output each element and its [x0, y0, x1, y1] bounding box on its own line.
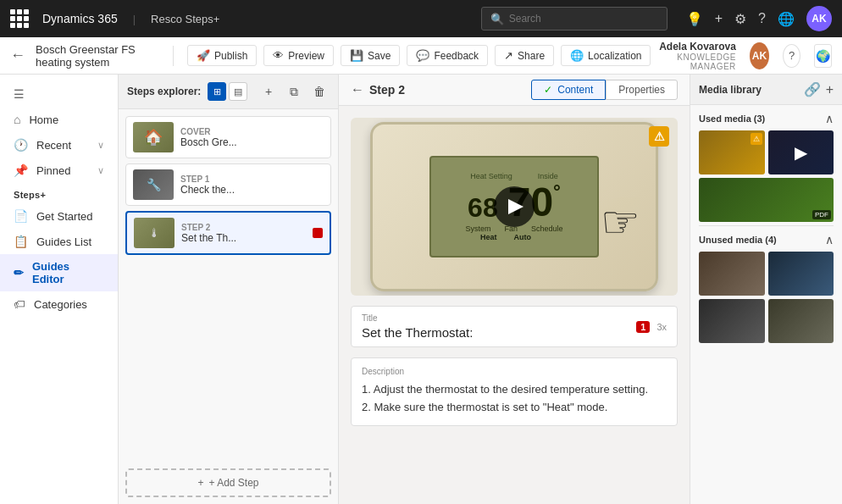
- help-button[interactable]: ?: [783, 44, 800, 68]
- unused-media-grid: [699, 252, 834, 343]
- app-title: Dynamics 365: [42, 12, 118, 25]
- add-step-button[interactable]: + + Add Step: [125, 468, 331, 497]
- current-step-title: Step 2: [369, 83, 405, 97]
- nav-separator: |: [133, 13, 136, 25]
- delete-step-btn[interactable]: 🗑: [309, 81, 330, 102]
- step-thumb-2: 🌡: [134, 218, 174, 248]
- plus-icon[interactable]: +: [715, 11, 723, 26]
- step-label-2: STEP 2: [181, 223, 306, 232]
- user-avatar[interactable]: AK: [806, 6, 832, 31]
- search-icon: 🔍: [490, 13, 504, 25]
- publish-button[interactable]: 🚀 Publish: [187, 45, 257, 66]
- content-body: Heat Setting Inside 68 70°: [339, 106, 690, 504]
- collapse-unused-icon[interactable]: ∧: [825, 233, 834, 246]
- feedback-button[interactable]: 💬 Feedback: [407, 45, 488, 66]
- sidebar-item-menu[interactable]: ☰: [0, 81, 118, 107]
- repeat-badge: 3x: [656, 322, 667, 332]
- unused-thumb-4[interactable]: [768, 299, 834, 343]
- used-media-title: Used media (3): [699, 114, 825, 124]
- step-name-cover: Bosch Gre...: [180, 136, 324, 148]
- unused-media-header: Unused media (4) ∧: [699, 233, 834, 246]
- steps-explorer-title: Steps explorer:: [127, 86, 201, 97]
- globe-icon[interactable]: 🌐: [778, 11, 795, 27]
- share-icon: ↗: [504, 49, 513, 62]
- unused-thumb-1[interactable]: [699, 252, 765, 296]
- collapse-used-icon[interactable]: ∧: [825, 112, 834, 125]
- sidebar-item-home[interactable]: ⌂ Home: [0, 107, 118, 132]
- title-label: Title: [362, 313, 473, 323]
- link-icon[interactable]: 🔗: [804, 81, 821, 97]
- preview-button[interactable]: 👁 Preview: [263, 45, 334, 66]
- sidebar-item-pinned[interactable]: 📌 Pinned ∨: [0, 158, 118, 183]
- save-button[interactable]: 💾 Save: [341, 45, 400, 66]
- used-media-section: Used media (3) ∧ ⚠ ▶ PDF: [690, 105, 842, 225]
- user-block: Adela Kovarova KNOWLEDGE MANAGER AK ? 🌍: [657, 41, 832, 71]
- view-list-btn[interactable]: ▤: [229, 82, 247, 101]
- used-media-grid: ⚠ ▶ PDF: [699, 130, 834, 222]
- plus-add-icon: +: [197, 477, 203, 489]
- user-role: KNOWLEDGE MANAGER: [657, 53, 735, 71]
- description-field[interactable]: Description 1. Adjust the thermostat to …: [351, 357, 678, 426]
- step-navigation: ← Step 2: [351, 82, 405, 97]
- description-label: Description: [362, 367, 667, 376]
- prev-step-btn[interactable]: ←: [351, 82, 364, 97]
- content-tabs: ✓ Content Properties: [531, 80, 678, 100]
- title-field[interactable]: Title Set the Thermostat: 1 3x: [351, 306, 678, 347]
- back-button[interactable]: ←: [10, 47, 25, 64]
- share-button[interactable]: ↗ Share: [495, 45, 554, 66]
- lightbulb-icon[interactable]: 💡: [686, 11, 703, 27]
- add-step-icon-btn[interactable]: +: [258, 81, 279, 102]
- media-thumb-video[interactable]: ▶: [768, 130, 834, 174]
- view-toggle: ⊞ ▤: [208, 82, 247, 101]
- sidebar-item-guides-list[interactable]: 📋 Guides List: [0, 229, 118, 254]
- play-button[interactable]: [494, 186, 535, 227]
- step-list: 🏠 COVER Bosch Gre... 🔧 STEP 1 Check t: [119, 109, 338, 465]
- play-icon: ▶: [795, 142, 807, 163]
- unused-thumb-3[interactable]: [699, 299, 765, 343]
- menu-icon: ☰: [14, 87, 25, 101]
- media-thumb-worker[interactable]: PDF: [699, 178, 834, 222]
- description-item-1: 1. Adjust the thermostat to the desired …: [362, 381, 667, 399]
- nav-tab[interactable]: Resco Steps+: [151, 13, 219, 25]
- question-icon[interactable]: ?: [758, 11, 766, 26]
- guide-title: Bosch Greenstar FS heating system: [36, 43, 159, 69]
- user-avatar-small[interactable]: AK: [750, 42, 769, 69]
- list-icon: 📋: [14, 235, 28, 248]
- add-media-icon[interactable]: +: [826, 82, 834, 97]
- media-thumb-tools[interactable]: ⚠: [699, 130, 765, 174]
- tab-content[interactable]: ✓ Content: [531, 80, 606, 100]
- view-grid-btn[interactable]: ⊞: [208, 82, 226, 101]
- world-button[interactable]: 🌍: [814, 44, 832, 68]
- unused-media-section: Unused media (4) ∧: [690, 226, 842, 346]
- user-name: Adela Kovarova: [657, 41, 735, 53]
- used-media-header: Used media (3) ∧: [699, 112, 834, 125]
- copy-step-btn[interactable]: ⧉: [284, 81, 304, 102]
- steps-actions: + ⧉ 🗑: [258, 81, 330, 102]
- app-grid-icon[interactable]: [10, 9, 29, 28]
- sidebar-item-get-started[interactable]: 📄 Get Started: [0, 203, 118, 229]
- sidebar-item-recent[interactable]: 🕐 Recent ∨: [0, 132, 118, 158]
- nav-icons: 💡 + ⚙ ? 🌐 AK: [686, 6, 832, 31]
- sidebar-item-categories[interactable]: 🏷 Categories: [0, 291, 118, 317]
- media-library-title: Media library: [699, 84, 804, 96]
- localization-button[interactable]: 🌐 Localization: [561, 45, 651, 66]
- search-bar[interactable]: 🔍: [481, 7, 668, 30]
- unused-thumb-2[interactable]: [768, 252, 834, 296]
- gear-icon[interactable]: ⚙: [734, 11, 746, 27]
- step-card-2[interactable]: 🌡 STEP 2 Set the Th...: [125, 211, 331, 255]
- step-name-2: Set the Th...: [181, 232, 306, 244]
- publish-icon: 🚀: [197, 49, 210, 62]
- step-card-1[interactable]: 🔧 STEP 1 Check the...: [125, 163, 331, 206]
- edit-icon: ✏: [14, 266, 24, 280]
- warning-badge: ⚠: [649, 126, 669, 147]
- title-value: Set the Thermostat:: [362, 325, 473, 340]
- sidebar-label-recent: Recent: [36, 139, 71, 152]
- step-card-cover[interactable]: 🏠 COVER Bosch Gre...: [125, 116, 331, 158]
- search-input[interactable]: [509, 13, 658, 25]
- sidebar-item-guides-editor[interactable]: ✏ Guides Editor: [0, 254, 118, 291]
- recent-icon: 🕐: [14, 138, 28, 152]
- step-thumb-1: 🔧: [133, 169, 174, 200]
- main-content: ← Step 2 ✓ Content Properties: [339, 75, 690, 504]
- sidebar: ☰ ⌂ Home 🕐 Recent ∨ 📌 Pinned ∨ Steps+ 📄 …: [0, 75, 119, 504]
- tab-properties[interactable]: Properties: [606, 80, 678, 100]
